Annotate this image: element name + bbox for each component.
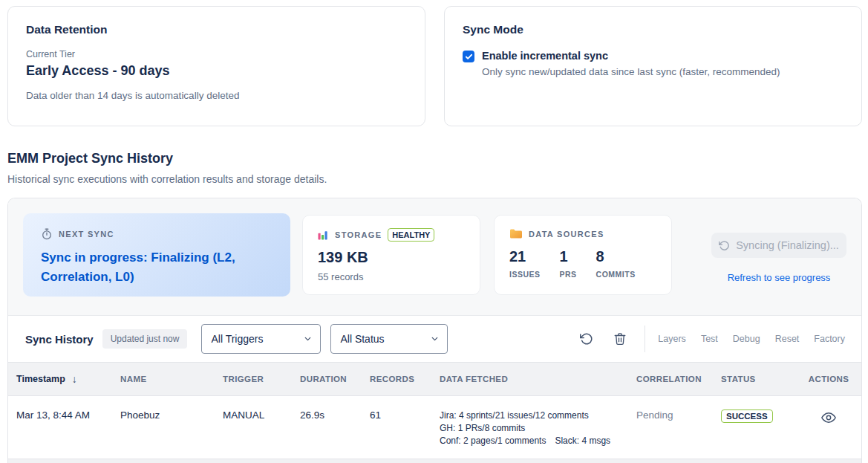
actions-column-header: ACTIONS [803, 375, 854, 383]
trigger-column-header: TRIGGER [223, 375, 300, 383]
toolbar-link-reset[interactable]: Reset [775, 334, 800, 344]
issues-stat: 21 ISSUES [509, 248, 541, 279]
row-status: SUCCESS [721, 409, 803, 423]
syncing-button-label: Syncing (Finalizing)... [736, 239, 839, 251]
refresh-progress-link[interactable]: Refresh to see progress [728, 272, 831, 283]
data-sources-label: DATA SOURCES [529, 230, 604, 239]
status-section: NEXT SYNC Sync in progress: Finalizing (… [8, 198, 861, 316]
next-sync-card: NEXT SYNC Sync in progress: Finalizing (… [23, 213, 290, 297]
current-tier-label: Current Tier [26, 49, 407, 59]
incremental-sync-label[interactable]: Enable incremental sync [482, 50, 780, 62]
incremental-sync-checkbox[interactable] [463, 51, 474, 62]
trigger-filter-select[interactable]: All Triggers [201, 324, 321, 354]
next-sync-value: Sync in progress: Finalizing (L2, Correl… [41, 248, 273, 288]
row-duration: 26.9s [300, 409, 370, 421]
issues-count: 21 [509, 248, 541, 265]
records-column-header: RECORDS [370, 375, 440, 383]
sync-history-panel: NEXT SYNC Sync in progress: Finalizing (… [7, 198, 862, 463]
prs-stat: 1 PRS [560, 248, 577, 279]
incremental-sync-description: Only sync new/updated data since last sy… [482, 66, 780, 77]
row-timestamp: Mar 13, 8:44 AM [8, 409, 120, 421]
checkmark-icon [465, 53, 473, 61]
row-actions [803, 409, 854, 427]
table-footer-strip [8, 459, 861, 463]
fetched-jira: Jira: 4 sprints/21 issues/12 comments [440, 409, 636, 422]
fetched-slack: Slack: 4 msgs [555, 436, 610, 446]
row-data-fetched: Jira: 4 sprints/21 issues/12 comments GH… [440, 409, 636, 447]
fetched-github: GH: 1 PRs/8 commits [440, 422, 636, 435]
status-column-header: STATUS [721, 375, 803, 383]
status-success-badge: SUCCESS [721, 409, 773, 423]
fetched-confluence: Conf: 2 pages/1 comments [440, 436, 546, 446]
duration-column-header: DURATION [300, 375, 370, 383]
toolbar-link-factory[interactable]: Factory [814, 334, 845, 344]
trash-icon [613, 332, 627, 346]
sort-desc-icon: ↓ [72, 373, 77, 385]
status-filter-select[interactable]: All Status [330, 324, 448, 354]
commits-count: 8 [596, 248, 636, 265]
table-row: Mar 13, 8:44 AM Phoebuz MANUAL 26.9s 61 … [8, 396, 861, 459]
prs-count: 1 [560, 248, 577, 265]
view-details-button[interactable] [821, 410, 836, 427]
data-retention-title: Data Retention [26, 23, 407, 36]
delete-history-button[interactable] [609, 328, 631, 350]
bar-chart-icon [318, 230, 329, 241]
row-correlation: Pending [636, 409, 721, 421]
row-name: Phoebuz [120, 409, 223, 421]
row-records: 61 [370, 409, 440, 421]
next-sync-label: NEXT SYNC [59, 230, 114, 239]
commits-label: COMMITS [596, 270, 636, 279]
page-subtitle: Historical sync executions with correlat… [7, 173, 868, 185]
refresh-button[interactable] [575, 328, 598, 350]
toolbar-link-test[interactable]: Test [701, 334, 718, 344]
toolbar-link-debug[interactable]: Debug [733, 334, 760, 344]
syncing-button[interactable]: Syncing (Finalizing)... [711, 233, 846, 258]
storage-card: STORAGE HEALTHY 139 KB 55 records [302, 215, 480, 295]
prs-label: PRS [560, 270, 577, 279]
issues-label: ISSUES [509, 270, 541, 279]
sync-mode-card: Sync Mode Enable incremental sync Only s… [444, 6, 862, 126]
stopwatch-icon [41, 228, 53, 240]
folder-icon [509, 228, 523, 239]
rotate-ccw-icon [580, 332, 593, 346]
data-fetched-column-header: DATA FETCHED [440, 375, 636, 383]
table-header: Timestamp ↓ NAME TRIGGER DURATION RECORD… [8, 362, 861, 396]
row-trigger: MANUAL [223, 409, 300, 421]
storage-health-badge: HEALTHY [388, 228, 434, 242]
sync-history-toolbar: Sync History Updated just now All Trigge… [8, 316, 861, 362]
retention-note: Data older than 14 days is automatically… [26, 90, 407, 101]
name-column-header: NAME [120, 375, 223, 383]
updated-badge: Updated just now [102, 329, 188, 349]
storage-label: STORAGE [335, 230, 382, 239]
toolbar-divider [645, 326, 645, 352]
storage-size-value: 139 KB [318, 249, 465, 266]
toolbar-link-layers[interactable]: Layers [658, 334, 686, 344]
commits-stat: 8 COMMITS [596, 248, 636, 279]
page-title: EMM Project Sync History [7, 151, 868, 166]
data-retention-card: Data Retention Current Tier Early Access… [7, 6, 425, 126]
timestamp-column-header[interactable]: Timestamp ↓ [8, 373, 120, 385]
data-sources-card: DATA SOURCES 21 ISSUES 1 PRS 8 COMMITS [494, 215, 672, 295]
rotate-ccw-icon [719, 240, 730, 251]
current-tier-value: Early Access - 90 days [26, 63, 407, 79]
storage-records-count: 55 records [318, 271, 465, 282]
sync-history-title: Sync History [17, 333, 94, 346]
settings-cards-row: Data Retention Current Tier Early Access… [7, 6, 862, 126]
eye-icon [821, 410, 836, 425]
sync-mode-title: Sync Mode [463, 23, 843, 36]
correlation-column-header: CORRELATION [636, 375, 721, 383]
